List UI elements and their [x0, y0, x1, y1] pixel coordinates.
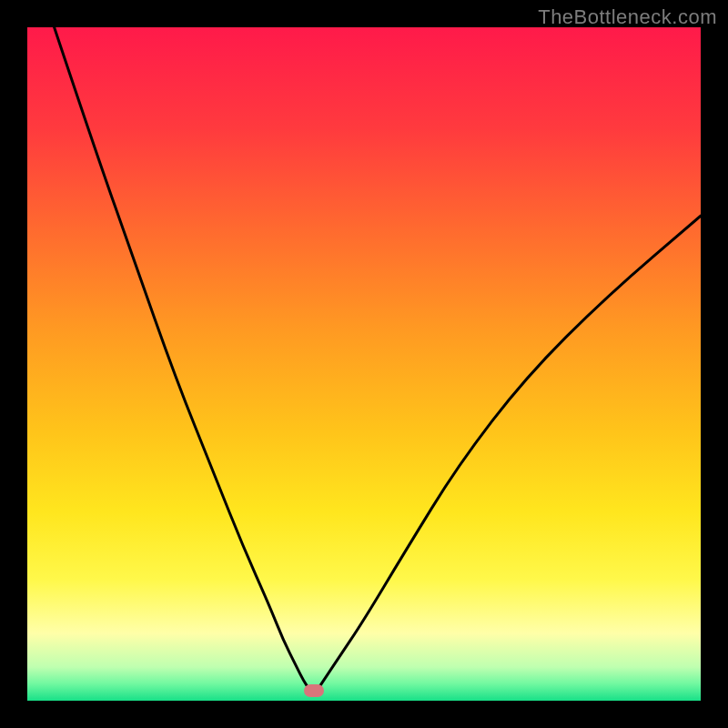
chart-frame: TheBottleneck.com	[0, 0, 728, 728]
plot-area	[27, 27, 701, 701]
optimal-marker	[304, 684, 324, 697]
bottleneck-curve	[27, 27, 701, 701]
watermark-text: TheBottleneck.com	[538, 5, 717, 29]
